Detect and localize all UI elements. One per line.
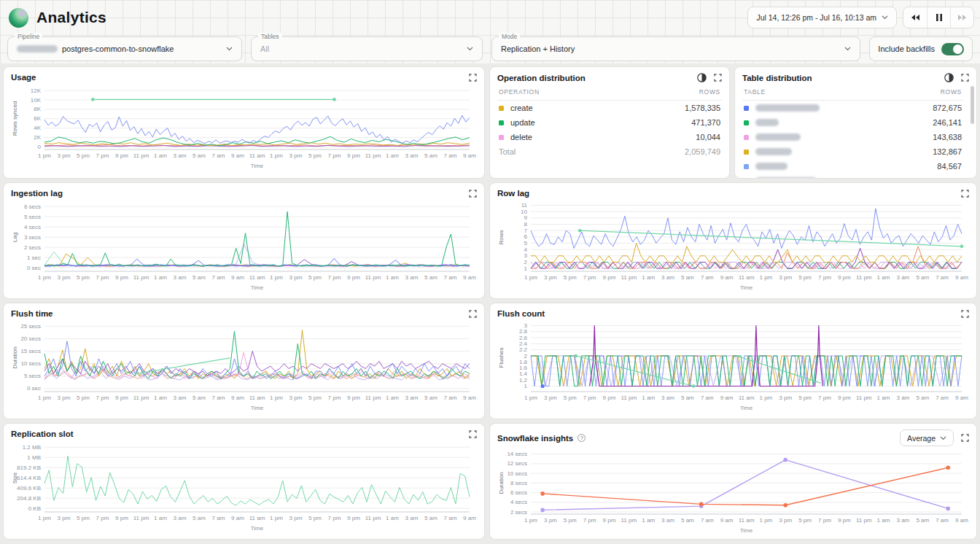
svg-text:Time: Time xyxy=(251,284,264,290)
svg-text:1: 1 xyxy=(524,265,528,272)
svg-text:7 pm: 7 pm xyxy=(96,274,109,281)
svg-text:3 am: 3 am xyxy=(661,395,674,401)
svg-text:3 am: 3 am xyxy=(897,395,910,401)
expand-icon[interactable] xyxy=(961,434,969,442)
svg-text:5 am: 5 am xyxy=(424,395,438,401)
svg-text:7 am: 7 am xyxy=(936,395,949,401)
svg-text:11 am: 11 am xyxy=(249,395,265,401)
svg-text:11 pm: 11 pm xyxy=(365,152,381,159)
svg-text:3 am: 3 am xyxy=(174,395,187,401)
replication-slot-card: Replication slot 0 KB204.8 KB409.6 KB614… xyxy=(3,423,485,540)
svg-text:7 am: 7 am xyxy=(701,395,714,401)
svg-text:7 am: 7 am xyxy=(212,515,225,521)
svg-text:11 am: 11 am xyxy=(739,395,755,401)
ingestion-lag-title: Ingestion lag xyxy=(11,189,63,198)
svg-text:1 am: 1 am xyxy=(386,395,399,401)
svg-text:11 pm: 11 pm xyxy=(365,515,381,521)
svg-text:1 pm: 1 pm xyxy=(760,395,773,401)
svg-text:Time: Time xyxy=(251,525,264,531)
include-backfills-control: Include backfills xyxy=(869,36,973,61)
svg-text:11 am: 11 am xyxy=(249,515,265,521)
svg-text:7 am: 7 am xyxy=(936,274,949,281)
table-distribution-title: Table distribution xyxy=(742,74,812,82)
svg-text:7 pm: 7 pm xyxy=(328,395,341,401)
svg-text:1.4: 1.4 xyxy=(519,370,528,377)
svg-text:4: 4 xyxy=(524,246,528,253)
svg-text:2.4: 2.4 xyxy=(519,341,528,347)
svg-text:12K: 12K xyxy=(31,88,42,94)
table-row: 143,638 xyxy=(742,130,963,144)
expand-icon[interactable] xyxy=(469,190,477,198)
expand-icon[interactable] xyxy=(469,74,477,82)
svg-text:11 pm: 11 pm xyxy=(856,517,872,524)
table-row: 132,867 xyxy=(742,144,963,159)
svg-text:9: 9 xyxy=(524,214,528,221)
svg-text:409.6 KB: 409.6 KB xyxy=(17,485,41,491)
svg-text:5 pm: 5 pm xyxy=(77,274,90,281)
pie-chart-toggle-icon[interactable] xyxy=(944,73,954,82)
usage-chart: 02K4K6K8K10K12K1 pm3 pm5 pm7 pm9 pm11 pm… xyxy=(11,82,477,171)
date-range-picker[interactable]: Jul 14, 12:26 pm - Jul 16, 10:13 am xyxy=(747,7,897,28)
pipeline-select[interactable]: Pipeline postgres-common-to-snowflake xyxy=(7,36,242,61)
svg-text:11 pm: 11 pm xyxy=(133,515,149,521)
svg-text:9 am: 9 am xyxy=(955,274,968,281)
table-row: update471,370 xyxy=(497,115,722,130)
expand-icon[interactable] xyxy=(961,74,969,82)
backfills-toggle[interactable] xyxy=(941,43,964,55)
svg-text:3 am: 3 am xyxy=(897,274,910,281)
svg-text:1 pm: 1 pm xyxy=(38,515,51,521)
operation-total-row: Total2,059,749 xyxy=(497,144,722,159)
svg-text:7 am: 7 am xyxy=(444,395,457,401)
distribution-table-body: 872,675246,141143,638132,86784,56765,560… xyxy=(742,101,963,179)
expand-icon[interactable] xyxy=(469,310,477,318)
svg-text:5: 5 xyxy=(524,240,528,246)
svg-text:11 pm: 11 pm xyxy=(621,517,637,524)
svg-text:7 am: 7 am xyxy=(212,152,225,159)
rewind-button[interactable] xyxy=(903,7,927,28)
row-lag-chart: 12345678910111 pm3 pm5 pm7 pm9 pm11 pm1 … xyxy=(497,198,969,293)
svg-text:3 pm: 3 pm xyxy=(289,152,303,159)
scrollbar-thumb[interactable] xyxy=(971,86,974,124)
svg-text:11: 11 xyxy=(521,202,528,209)
svg-text:1 am: 1 am xyxy=(877,517,890,524)
table-row: create1,578,335 xyxy=(497,101,722,115)
flush-time-card: Flush time 0 sec5 secs10 secs15 secs20 s… xyxy=(3,303,485,419)
svg-text:6 secs: 6 secs xyxy=(24,203,41,210)
svg-text:7 am: 7 am xyxy=(936,517,949,524)
mode-select[interactable]: Mode Replication + History xyxy=(491,36,860,61)
pause-button[interactable] xyxy=(927,7,950,28)
fast-forward-button[interactable] xyxy=(950,7,973,28)
metric-select[interactable]: Average xyxy=(900,430,954,446)
svg-text:9 am: 9 am xyxy=(955,395,968,401)
svg-text:11 pm: 11 pm xyxy=(133,395,149,401)
svg-text:3 pm: 3 pm xyxy=(544,395,557,401)
svg-text:6K: 6K xyxy=(34,115,41,122)
pie-chart-toggle-icon[interactable] xyxy=(697,73,707,82)
svg-text:3 pm: 3 pm xyxy=(779,274,792,281)
svg-text:1 pm: 1 pm xyxy=(270,395,283,401)
svg-text:11 am: 11 am xyxy=(249,274,265,281)
svg-text:7 pm: 7 pm xyxy=(96,395,109,401)
expand-icon[interactable] xyxy=(961,190,969,198)
chevron-down-icon xyxy=(882,15,888,20)
expand-icon[interactable] xyxy=(714,74,722,82)
svg-text:11 pm: 11 pm xyxy=(365,395,381,401)
legend-swatch xyxy=(744,149,749,155)
expand-icon[interactable] xyxy=(961,310,969,318)
svg-text:11 pm: 11 pm xyxy=(856,395,872,401)
svg-text:Time: Time xyxy=(251,163,264,168)
svg-text:3 am: 3 am xyxy=(405,395,419,401)
svg-text:3 am: 3 am xyxy=(897,517,910,524)
svg-text:3 pm: 3 pm xyxy=(289,274,303,281)
help-icon[interactable]: ? xyxy=(578,434,586,442)
chevron-down-icon xyxy=(837,47,851,51)
svg-text:5 pm: 5 pm xyxy=(77,152,90,159)
svg-text:819.2 KB: 819.2 KB xyxy=(17,465,41,471)
redacted-table-name xyxy=(755,177,817,179)
expand-icon[interactable] xyxy=(469,430,477,438)
row-lag-card: Row lag 12345678910111 pm3 pm5 pm7 pm9 p… xyxy=(489,182,977,299)
svg-text:9 pm: 9 pm xyxy=(347,515,360,521)
svg-text:9 am: 9 am xyxy=(955,517,968,524)
svg-text:5 pm: 5 pm xyxy=(308,152,322,159)
tables-select[interactable]: Tables All xyxy=(251,36,483,61)
